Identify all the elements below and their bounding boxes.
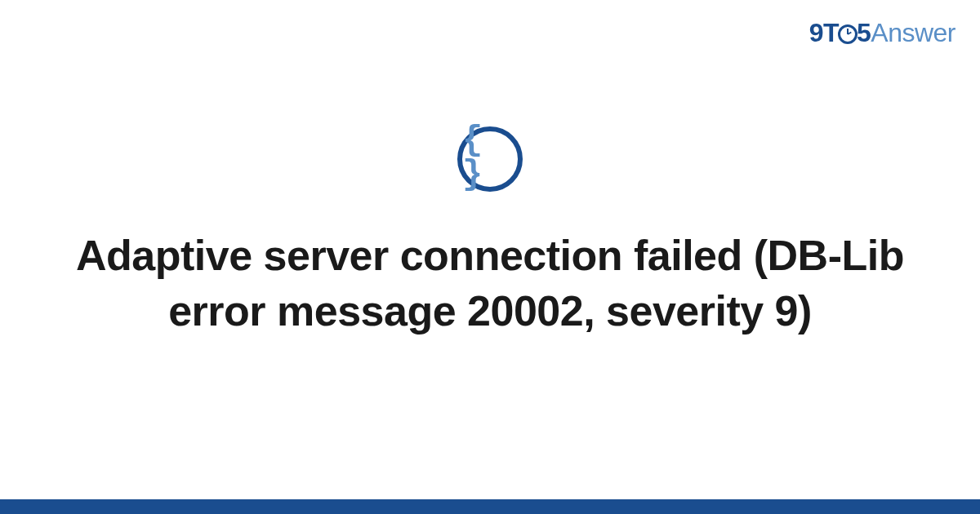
footer-bar (0, 499, 980, 514)
braces-glyph: { } (462, 123, 518, 192)
code-braces-icon: { } (457, 126, 523, 192)
brand-logo: 9T5Answer (809, 18, 956, 48)
brand-part-9: 9 (809, 18, 823, 47)
brand-part-5: 5 (857, 18, 871, 47)
brand-part-answer: Answer (871, 18, 956, 47)
brand-part-t: T (823, 18, 839, 47)
clock-icon (838, 24, 858, 44)
page-title: Adaptive server connection failed (DB-Li… (57, 228, 923, 339)
